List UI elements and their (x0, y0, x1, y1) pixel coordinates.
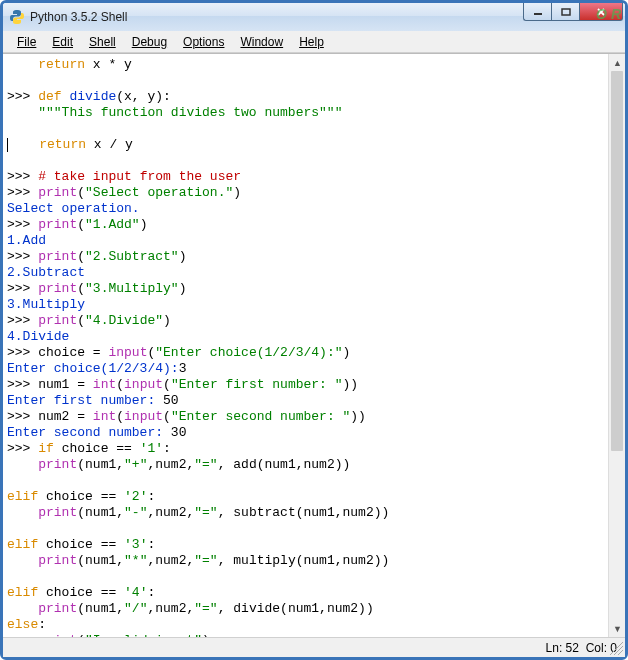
content-area: return x * y >>> def divide(x, y): """Th… (3, 53, 625, 637)
python-icon (9, 9, 25, 25)
shell-text-area[interactable]: return x * y >>> def divide(x, y): """Th… (3, 54, 608, 637)
cursor-position: Ln: 52 Col: 0 (546, 641, 617, 655)
menubar: File Edit Shell Debug Options Window Hel… (3, 31, 625, 53)
close-button[interactable] (579, 3, 623, 21)
menu-help[interactable]: Help (291, 33, 332, 51)
svg-rect-1 (562, 9, 570, 15)
window-controls (523, 3, 623, 21)
svg-rect-0 (534, 13, 542, 15)
app-window: O R Python 3.5.2 Shell File Edit Shell D… (0, 0, 628, 660)
menu-shell[interactable]: Shell (81, 33, 124, 51)
resize-grip-icon[interactable] (609, 641, 623, 655)
minimize-button[interactable] (523, 3, 551, 21)
scroll-up-arrow-icon[interactable]: ▲ (609, 54, 625, 71)
menu-file[interactable]: File (9, 33, 44, 51)
vertical-scrollbar[interactable]: ▲ ▼ (608, 54, 625, 637)
statusbar: Ln: 52 Col: 0 (3, 637, 625, 657)
menu-window[interactable]: Window (232, 33, 291, 51)
menu-edit[interactable]: Edit (44, 33, 81, 51)
scroll-down-arrow-icon[interactable]: ▼ (609, 620, 625, 637)
maximize-button[interactable] (551, 3, 579, 21)
scroll-thumb[interactable] (611, 71, 623, 451)
menu-options[interactable]: Options (175, 33, 232, 51)
titlebar[interactable]: Python 3.5.2 Shell (3, 3, 625, 31)
menu-debug[interactable]: Debug (124, 33, 175, 51)
